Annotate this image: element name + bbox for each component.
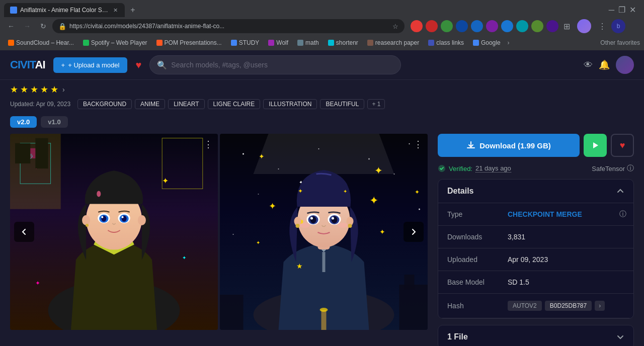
details-header[interactable]: Details	[438, 180, 633, 203]
address-bar[interactable]: 🔒 https://civitai.com/models/24387/anifl…	[52, 19, 405, 33]
menu-btn[interactable]: ⋮	[596, 22, 608, 31]
toolbar-icon-1[interactable]	[411, 20, 423, 32]
bell-icon[interactable]: 🔔	[599, 59, 610, 70]
files-panel: 1 File	[438, 325, 634, 346]
safe-tensor-info-icon[interactable]: ⓘ	[627, 164, 634, 173]
bookmark-research[interactable]: reasearch paper	[363, 38, 423, 47]
bookmark-favicon-pom	[156, 40, 163, 46]
reload-btn[interactable]: ↻	[36, 19, 50, 33]
tag-beautiful[interactable]: BEAUTIFUL	[320, 99, 364, 109]
eye-off-icon[interactable]: 👁	[584, 60, 593, 70]
prev-image-btn[interactable]	[14, 222, 34, 242]
toolbar-icon-2[interactable]	[426, 20, 438, 32]
bookmark-favicon-math	[297, 40, 303, 46]
bookmark-favicon-research	[367, 40, 373, 46]
address-bar-row: ← → ↻ 🔒 https://civitai.com/models/24387…	[0, 17, 644, 35]
bookmark-google[interactable]: Google	[469, 38, 505, 47]
bookmark-math[interactable]: math	[293, 38, 323, 47]
svg-text:✦: ✦	[343, 189, 347, 194]
toolbar-icon-4[interactable]	[456, 20, 468, 32]
tab-close-btn[interactable]: ✕	[112, 7, 119, 14]
version-v1-btn[interactable]: v1.0	[41, 116, 67, 128]
hash-copy-btn[interactable]: ›	[595, 301, 605, 311]
svg-rect-70	[321, 310, 327, 330]
tab-bar: Aniflatmix - Anime Flat Color Sty... ✕ +…	[0, 0, 644, 17]
details-type-row: Type CHECKPOINT MERGE ⓘ	[438, 203, 633, 226]
toolbar-icon-6[interactable]	[486, 20, 498, 32]
site-header: CIVITAI + + Upload a model ♥ 🔍 👁 🔔	[0, 50, 644, 80]
hash-tag[interactable]: AUTOV2	[508, 301, 542, 311]
files-header[interactable]: 1 File	[438, 325, 633, 346]
image-row: ⋮	[10, 134, 428, 330]
image-cell-2[interactable]: ⋮	[220, 134, 428, 330]
lock-icon: 🔒	[58, 23, 66, 30]
svg-point-61	[296, 224, 300, 228]
toolbar-icon-8[interactable]	[516, 20, 528, 32]
back-btn[interactable]: ←	[4, 19, 18, 33]
bookmark-spotify[interactable]: Spotify – Web Player	[79, 38, 151, 47]
play-btn[interactable]	[584, 134, 607, 157]
bookmark-soundcloud[interactable]: SoundCloud – Hear...	[4, 38, 78, 47]
favorite-btn[interactable]: ♥	[611, 134, 634, 157]
search-icon: 🔍	[157, 60, 167, 70]
safe-tensor-badge: SafeTensor ⓘ	[592, 164, 634, 173]
stars-row: ★ ★ ★ ★ ★ ›	[10, 80, 634, 97]
bing-icon[interactable]: b	[611, 19, 625, 33]
tag-illustration[interactable]: ILLUSTRATION	[263, 99, 317, 109]
close-btn[interactable]: ✕	[629, 6, 636, 14]
page-content: CIVITAI + + Upload a model ♥ 🔍 👁 🔔 ★ ★ ★…	[0, 50, 644, 346]
svg-rect-69	[405, 275, 415, 290]
svg-point-34	[258, 194, 259, 195]
next-image-btn[interactable]	[404, 222, 424, 242]
upload-model-btn[interactable]: + + Upload a model	[53, 57, 128, 73]
user-avatar[interactable]	[616, 56, 634, 74]
bookmark-class[interactable]: class links	[424, 38, 468, 47]
tag-background[interactable]: BACKGROUND	[77, 99, 132, 109]
toolbar-icon-9[interactable]	[531, 20, 543, 32]
star-3: ★	[30, 84, 38, 95]
verified-date-link[interactable]: 21 days ago	[475, 164, 511, 172]
toolbar-icon-7[interactable]	[501, 20, 513, 32]
heart-icon[interactable]: ♥	[135, 59, 141, 71]
image-menu-btn-1[interactable]: ⋮	[204, 139, 213, 150]
image-menu-btn-2[interactable]: ⋮	[414, 139, 423, 150]
tag-extra[interactable]: + 1	[367, 99, 385, 109]
base-model-value: SD 1.5	[504, 271, 633, 293]
tag-anime[interactable]: ANIME	[135, 99, 165, 109]
toolbar-icons: ⊞ ⋮ b	[411, 19, 625, 33]
checkpoint-badge[interactable]: CHECKPOINT MERGE	[508, 210, 582, 218]
star-icon[interactable]: ☆	[392, 23, 398, 30]
bookmark-shortenr[interactable]: shortenr	[324, 38, 362, 47]
tag-ligne-claire[interactable]: LIGNE CLAIRE	[208, 99, 261, 109]
search-input[interactable]	[171, 61, 393, 69]
bookmark-wolf[interactable]: Wolf	[264, 38, 292, 47]
version-v2-btn[interactable]: v2.0	[10, 116, 37, 128]
details-downloads-row: Downloads 3,831	[438, 226, 633, 248]
more-bookmarks[interactable]: ›	[508, 39, 510, 46]
svg-point-15	[101, 216, 103, 218]
bookmark-study[interactable]: STUDY	[227, 38, 264, 47]
type-info-icon[interactable]: ⓘ	[619, 210, 633, 219]
bookmark-pom[interactable]: POM Presentations...	[152, 38, 226, 47]
image-cell-1[interactable]: ⋮	[10, 134, 218, 330]
extensions-btn[interactable]: ⊞	[561, 22, 572, 31]
toolbar-icon-5[interactable]	[471, 20, 483, 32]
review-count[interactable]: ›	[62, 85, 65, 94]
toolbar-icon-10[interactable]	[546, 20, 558, 32]
tag-lineart[interactable]: LINEART	[168, 99, 204, 109]
gallery-area: ⋮	[10, 134, 428, 346]
toolbar-icon-3[interactable]	[441, 20, 453, 32]
download-btn[interactable]: Download (1.99 GB)	[438, 134, 580, 157]
forward-btn[interactable]: →	[20, 19, 34, 33]
profile-icon[interactable]	[575, 19, 593, 33]
other-favorites[interactable]: Other favorites	[600, 39, 640, 46]
uploaded-label: Uploaded	[438, 248, 504, 271]
svg-point-28	[243, 153, 244, 155]
active-tab[interactable]: Aniflatmix - Anime Flat Color Sty... ✕	[4, 3, 125, 17]
version-row: v2.0 v1.0	[10, 113, 634, 134]
maximize-btn[interactable]: ❐	[618, 6, 625, 14]
new-tab-btn[interactable]: +	[125, 3, 141, 17]
minimize-btn[interactable]: ─	[609, 6, 614, 14]
site-logo[interactable]: CIVITAI	[10, 58, 45, 71]
search-bar[interactable]: 🔍	[149, 55, 401, 74]
